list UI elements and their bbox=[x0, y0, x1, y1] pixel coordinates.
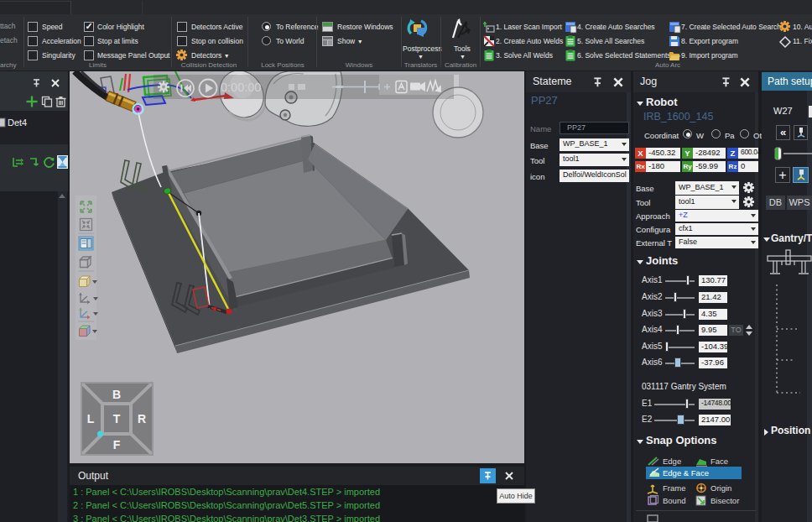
svg-text:L: L bbox=[87, 412, 95, 425]
svg-text:B: B bbox=[112, 388, 121, 401]
svg-text:F: F bbox=[113, 438, 121, 452]
svg-text:0:00:00: 0:00:00 bbox=[221, 81, 261, 94]
svg-text:T: T bbox=[113, 412, 121, 425]
svg-text:R: R bbox=[138, 412, 146, 425]
